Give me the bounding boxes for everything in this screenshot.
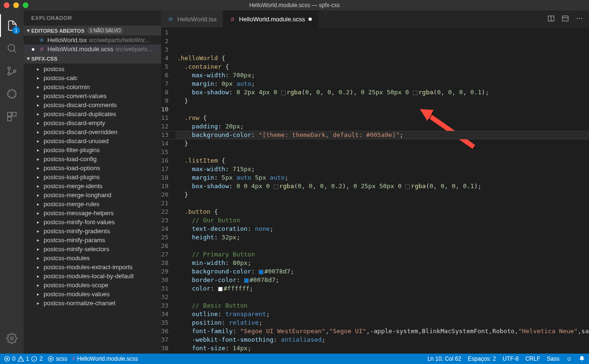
code-line[interactable]: // Basic Button — [175, 301, 589, 310]
code-line[interactable]: .button { — [175, 208, 589, 216]
tree-folder[interactable]: ▸postcss-discard-empty — [24, 118, 161, 127]
maximize-window-button[interactable] — [23, 2, 28, 8]
code-line[interactable]: background-color: "[theme: themeDark, de… — [175, 131, 589, 139]
tree-folder[interactable]: ▸postcss-message-helpers — [24, 209, 161, 218]
code-line[interactable] — [175, 148, 589, 156]
code-line[interactable]: position: relative; — [175, 318, 589, 327]
tree-folder-label: postcss-load-options — [44, 164, 100, 172]
chevron-right-icon: ▸ — [37, 93, 42, 99]
project-header[interactable]: ▾ SPFX-CSS — [24, 54, 161, 64]
minimize-window-button[interactable] — [13, 2, 19, 8]
tree-folder[interactable]: ▸postcss-modules-values — [24, 290, 161, 299]
file-tree[interactable]: ▸postcss▸postcss-calc▸postcss-colormin▸p… — [24, 64, 161, 354]
code-line[interactable]: -webkit-font-smoothing: antialiased; — [175, 336, 589, 344]
code-line[interactable]: font-family: "Segoe UI WestEuropean","Se… — [175, 327, 589, 336]
code-line[interactable]: box-shadow: 0 0 4px 0 rgba(0, 0, 0, 0.2)… — [175, 182, 589, 191]
code-line[interactable]: max-width: 700px; — [175, 71, 589, 80]
code-line[interactable]: outline: transparent; — [175, 310, 589, 318]
tree-folder[interactable]: ▸postcss-load-config — [24, 155, 161, 164]
code-line[interactable]: padding: 20px; — [175, 122, 589, 131]
code-line[interactable] — [175, 242, 589, 250]
extensions-icon[interactable] — [0, 105, 24, 128]
code-line[interactable]: min-width: 80px; — [175, 259, 589, 267]
status-encoding[interactable]: UTF-8 — [503, 355, 519, 362]
code-line[interactable]: border-color: #0078d7; — [175, 276, 589, 284]
explorer-icon[interactable]: 1 — [0, 14, 24, 37]
open-editor-item[interactable]: ⚛HelloWorld.tsx src/webparts/helloWor... — [24, 36, 161, 45]
status-spaces[interactable]: Espaços: 2 — [468, 355, 496, 362]
tree-folder[interactable]: ▸postcss-modules-extract-imports — [24, 263, 161, 272]
split-editor-icon[interactable] — [547, 15, 555, 24]
more-actions-icon[interactable] — [576, 15, 583, 24]
code-line[interactable]: .row { — [175, 114, 589, 122]
code-line[interactable]: .helloWorld { — [175, 54, 589, 63]
tree-folder[interactable]: ▸postcss-normalize-charset — [24, 299, 161, 308]
code-line[interactable] — [175, 199, 589, 208]
open-editor-item[interactable]: ●#HelloWorld.module.scss src/webparts... — [24, 45, 161, 54]
tree-folder[interactable]: ▸postcss-merge-longhand — [24, 191, 161, 200]
tree-folder[interactable]: ▸postcss-minify-params — [24, 236, 161, 245]
code-line[interactable]: max-width: 715px; — [175, 165, 589, 173]
code-area[interactable]: 1234567891011121314151617181920212223242… — [161, 27, 589, 354]
code-line[interactable]: text-decoration: none; — [175, 225, 589, 233]
code-line[interactable]: box-shadow: 0 2px 4px 0 rgba(0, 0, 0, 0.… — [175, 88, 589, 97]
tree-folder[interactable]: ▸postcss-minify-selectors — [24, 245, 161, 254]
chevron-right-icon: ▸ — [37, 282, 42, 288]
tree-folder[interactable]: ▸postcss-calc — [24, 73, 161, 82]
code-line[interactable]: background-color: #0078d7; — [175, 267, 589, 276]
debug-icon[interactable] — [0, 82, 24, 105]
tree-folder[interactable]: ▸postcss-merge-idents — [24, 182, 161, 191]
source-control-icon[interactable] — [0, 60, 24, 82]
tree-folder[interactable]: ▸postcss-modules — [24, 254, 161, 263]
code-line[interactable]: font-weight: 400; — [175, 353, 589, 354]
code-line[interactable] — [175, 105, 589, 114]
status-file[interactable]: # HelloWorld.module.scss — [72, 355, 138, 362]
close-window-button[interactable] — [4, 2, 9, 8]
code-content[interactable]: .helloWorld { .container { max-width: 70… — [175, 27, 589, 354]
tree-folder[interactable]: ▸postcss-discard-duplicates — [24, 109, 161, 118]
editor-tab[interactable]: ⚛HelloWorld.tsx — [161, 10, 223, 27]
tree-folder[interactable]: ▸postcss-discard-overridden — [24, 127, 161, 136]
code-line[interactable]: // Our button — [175, 216, 589, 225]
code-line[interactable]: .container { — [175, 63, 589, 71]
toggle-layout-icon[interactable] — [562, 15, 569, 24]
tree-folder[interactable]: ▸postcss-load-options — [24, 164, 161, 173]
code-line[interactable] — [175, 293, 589, 301]
tree-folder[interactable]: ▸postcss-discard-comments — [24, 100, 161, 109]
code-line[interactable]: // Primary Button — [175, 250, 589, 259]
sidebar: EXPLORADOR ▾ EDITORES ABERTOS 1 NÃO SALV… — [24, 10, 161, 354]
code-line[interactable]: .listItem { — [175, 156, 589, 165]
tree-folder[interactable]: ▸postcss-colormin — [24, 82, 161, 91]
explorer-badge: 1 — [12, 27, 20, 34]
status-line-col[interactable]: Ln 10, Col 62 — [427, 355, 461, 362]
tree-folder[interactable]: ▸postcss-minify-gradients — [24, 227, 161, 236]
code-line[interactable]: } — [175, 191, 589, 199]
status-bell-icon[interactable] — [579, 355, 585, 362]
tree-folder[interactable]: ▸postcss-discard-unused — [24, 136, 161, 146]
tree-folder[interactable]: ▸postcss-load-plugins — [24, 173, 161, 182]
code-line[interactable]: height: 32px; — [175, 233, 589, 242]
tree-folder[interactable]: ▸postcss — [24, 64, 161, 73]
status-language[interactable]: Sass — [547, 355, 560, 362]
status-eol[interactable]: CRLF — [526, 355, 540, 362]
code-line[interactable]: margin: 5px auto 5px auto; — [175, 173, 589, 182]
status-feedback-icon[interactable]: ☺ — [566, 355, 572, 362]
code-line[interactable]: font-size: 14px; — [175, 344, 589, 353]
search-icon[interactable] — [0, 37, 24, 60]
tree-folder-label: postcss-merge-idents — [44, 182, 102, 190]
code-line[interactable]: margin: 0px auto; — [175, 80, 589, 88]
code-line[interactable]: color: #ffffff; — [175, 284, 589, 293]
tree-folder[interactable]: ▸postcss-merge-rules — [24, 200, 161, 209]
open-editors-header[interactable]: ▾ EDITORES ABERTOS 1 NÃO SALVO — [24, 26, 161, 36]
editor-tab[interactable]: #HelloWorld.module.scss● — [223, 10, 319, 27]
tree-folder[interactable]: ▸postcss-minify-font-values — [24, 218, 161, 227]
code-line[interactable]: } — [175, 139, 589, 148]
status-lint[interactable]: scss — [47, 355, 67, 362]
status-problems[interactable]: 0 1 2 — [4, 355, 43, 362]
settings-icon[interactable] — [0, 327, 24, 350]
tree-folder[interactable]: ▸postcss-modules-local-by-default — [24, 272, 161, 281]
tree-folder[interactable]: ▸postcss-convert-values — [24, 91, 161, 100]
tree-folder[interactable]: ▸postcss-filter-plugins — [24, 146, 161, 155]
tree-folder[interactable]: ▸postcss-modules-scope — [24, 281, 161, 290]
code-line[interactable]: } — [175, 97, 589, 105]
